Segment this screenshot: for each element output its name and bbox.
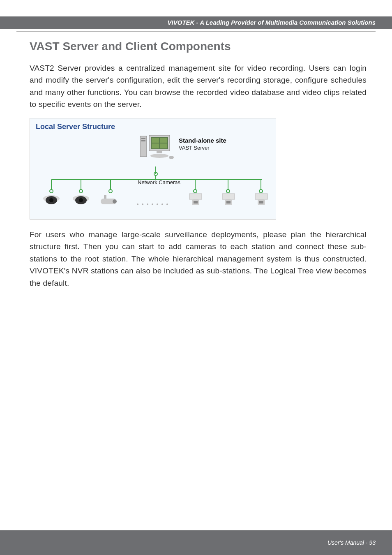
svg-rect-42 xyxy=(226,201,231,204)
stand-alone-label: Stand-alone site xyxy=(179,137,226,144)
svg-rect-0 xyxy=(140,136,147,157)
svg-rect-39 xyxy=(194,201,198,204)
svg-point-47 xyxy=(142,204,143,205)
hierarchy-paragraph: For users who manage large-scale surveil… xyxy=(30,229,367,289)
svg-rect-9 xyxy=(157,151,162,153)
section-title: VAST Server and Client Components xyxy=(30,40,367,53)
svg-point-25 xyxy=(226,190,230,193)
footer-page-text: User's Manual - 93 xyxy=(327,539,376,546)
svg-point-50 xyxy=(157,204,158,205)
diagram-title: Local Server Structure xyxy=(36,123,270,131)
svg-point-49 xyxy=(152,204,153,205)
vast-server-label: VAST Server xyxy=(179,145,226,151)
svg-rect-2 xyxy=(141,140,145,141)
connector-tree-icon xyxy=(36,166,270,212)
svg-point-11 xyxy=(169,156,174,159)
svg-point-21 xyxy=(109,190,112,193)
intro-paragraph: VAST2 Server provides a centralized mana… xyxy=(30,62,367,111)
svg-rect-5 xyxy=(152,138,159,143)
svg-rect-6 xyxy=(160,138,167,143)
header-band: VIVOTEK - A Leading Provider of Multimed… xyxy=(0,16,392,29)
svg-rect-8 xyxy=(160,143,167,148)
svg-point-48 xyxy=(147,204,148,205)
server-row: Stand-alone site VAST Server xyxy=(36,134,270,166)
svg-rect-40 xyxy=(222,194,235,199)
svg-point-33 xyxy=(79,198,83,202)
svg-point-51 xyxy=(161,204,163,205)
svg-point-52 xyxy=(166,204,168,205)
page: VIVOTEK - A Leading Provider of Multimed… xyxy=(0,0,392,555)
svg-point-46 xyxy=(137,204,138,205)
content-area: VAST Server and Client Components VAST2 … xyxy=(0,32,392,289)
local-server-structure-diagram: Local Server Structure xyxy=(30,118,276,220)
svg-rect-45 xyxy=(259,201,263,204)
svg-point-17 xyxy=(50,190,53,193)
svg-rect-7 xyxy=(152,143,159,148)
svg-point-27 xyxy=(259,190,263,193)
svg-rect-1 xyxy=(141,138,145,139)
server-pc-icon xyxy=(138,134,175,162)
svg-point-30 xyxy=(49,198,53,202)
svg-point-10 xyxy=(150,154,168,158)
svg-rect-37 xyxy=(189,194,202,199)
server-label-block: Stand-alone site VAST Server xyxy=(179,137,226,151)
network-cameras-label: Network Cameras xyxy=(138,179,180,185)
header-brand-text: VIVOTEK - A Leading Provider of Multimed… xyxy=(168,19,376,26)
svg-point-23 xyxy=(194,190,197,193)
svg-rect-43 xyxy=(255,194,267,199)
footer-band: User's Manual - 93 xyxy=(0,530,392,555)
svg-point-19 xyxy=(79,190,83,193)
svg-point-36 xyxy=(113,199,117,204)
